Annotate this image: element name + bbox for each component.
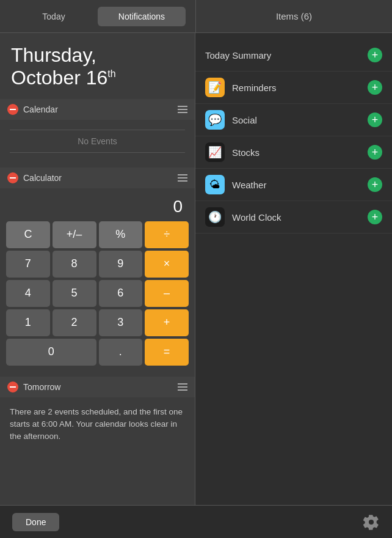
- right-panel: Today Summary + 📝 Reminders + 💬 Social +…: [195, 33, 392, 505]
- tomorrow-widget: Tomorrow There are 2 events scheduled, a…: [0, 377, 195, 452]
- tomorrow-reorder-handle[interactable]: [178, 383, 187, 391]
- done-button[interactable]: Done: [12, 513, 59, 531]
- calc-btn-4[interactable]: 4: [6, 280, 50, 307]
- tab-notifications[interactable]: Notifications: [98, 7, 186, 26]
- bottom-bar: Done: [0, 505, 392, 538]
- item-today-summary: Today Summary +: [195, 39, 392, 72]
- calculator-body: 0 C +/– % ÷ 7 8 9 × 4 5 6 –: [0, 188, 195, 372]
- calendar-title: Calendar: [23, 105, 58, 114]
- stocks-label: Stocks: [232, 147, 360, 158]
- left-panel: Thursday, October 16th Calendar No Event…: [0, 33, 195, 505]
- social-icon: 💬: [205, 110, 225, 130]
- items-header: Items (6): [195, 0, 392, 32]
- tomorrow-remove-btn[interactable]: [7, 381, 18, 392]
- calc-btn-add[interactable]: +: [145, 309, 189, 336]
- social-label: Social: [232, 115, 360, 125]
- calendar-body: No Events: [0, 120, 195, 163]
- date-header: Thursday, October 16th: [0, 33, 195, 97]
- social-add-btn[interactable]: +: [368, 112, 382, 127]
- reminders-add-btn[interactable]: +: [368, 80, 382, 95]
- calculator-remove-btn[interactable]: [7, 172, 18, 183]
- weather-add-btn[interactable]: +: [368, 177, 382, 192]
- calc-btn-3[interactable]: 3: [99, 309, 143, 336]
- calc-btn-8[interactable]: 8: [53, 251, 96, 278]
- item-weather: 🌤 Weather +: [195, 169, 392, 201]
- calendar-header: Calendar: [0, 99, 195, 120]
- settings-icon[interactable]: [363, 514, 380, 531]
- today-summary-label: Today Summary: [205, 50, 271, 61]
- tab-today[interactable]: Today: [10, 7, 98, 26]
- calculator-widget: Calculator 0 C +/– % ÷ 7 8 9: [0, 168, 195, 372]
- today-summary-add-btn[interactable]: +: [368, 48, 382, 62]
- calendar-reorder-handle[interactable]: [178, 106, 187, 113]
- calculator-title: Calculator: [23, 173, 62, 183]
- reminders-label: Reminders: [232, 83, 360, 93]
- calculator-reorder-handle[interactable]: [178, 174, 187, 182]
- calc-display: 0: [6, 194, 189, 221]
- calc-btn-divide[interactable]: ÷: [145, 221, 189, 248]
- calc-btn-plusminus[interactable]: +/–: [53, 221, 96, 248]
- stocks-icon: 📈: [205, 142, 225, 162]
- reminders-icon: 📝: [205, 78, 225, 97]
- calc-btn-equals[interactable]: =: [145, 339, 189, 366]
- calc-btn-6[interactable]: 6: [99, 280, 143, 307]
- main-content: Thursday, October 16th Calendar No Event…: [0, 33, 392, 505]
- weather-icon: 🌤: [205, 175, 225, 194]
- weather-label: Weather: [232, 180, 360, 190]
- calc-btn-2[interactable]: 2: [53, 309, 96, 336]
- calc-btn-multiply[interactable]: ×: [145, 251, 189, 278]
- no-events-label: No Events: [10, 130, 185, 153]
- calc-btn-c[interactable]: C: [6, 221, 50, 248]
- calendar-widget: Calendar No Events: [0, 99, 195, 163]
- tab-group-left: Today Notifications: [0, 0, 195, 32]
- stocks-add-btn[interactable]: +: [368, 145, 382, 160]
- date-line2: October 16th: [11, 67, 184, 89]
- item-social: 💬 Social +: [195, 104, 392, 136]
- calc-btn-9[interactable]: 9: [99, 251, 143, 278]
- item-stocks: 📈 Stocks +: [195, 136, 392, 169]
- calc-btn-7[interactable]: 7: [6, 251, 50, 278]
- calc-btn-5[interactable]: 5: [53, 280, 96, 307]
- tab-bar: Today Notifications Items (6): [0, 0, 392, 33]
- calc-btn-0[interactable]: 0: [6, 339, 96, 366]
- calc-btn-percent[interactable]: %: [99, 221, 143, 248]
- calc-grid: C +/– % ÷ 7 8 9 × 4 5 6 – 1 2: [6, 221, 189, 366]
- tomorrow-body: There are 2 events scheduled, and the fi…: [0, 397, 195, 452]
- item-reminders: 📝 Reminders +: [195, 72, 392, 104]
- calc-btn-subtract[interactable]: –: [145, 280, 189, 307]
- item-world-clock: 🕐 World Clock +: [195, 201, 392, 234]
- calendar-remove-btn[interactable]: [7, 104, 18, 115]
- world-clock-add-btn[interactable]: +: [368, 210, 382, 224]
- calendar-title-row: Calendar: [7, 104, 58, 115]
- world-clock-icon: 🕐: [205, 207, 225, 227]
- tomorrow-header: Tomorrow: [0, 377, 195, 397]
- tomorrow-title: Tomorrow: [23, 382, 60, 392]
- calc-btn-1[interactable]: 1: [6, 309, 50, 336]
- calculator-title-row: Calculator: [7, 172, 62, 183]
- world-clock-label: World Clock: [232, 212, 360, 223]
- tomorrow-title-row: Tomorrow: [7, 381, 60, 392]
- date-line1: Thursday,: [11, 44, 184, 67]
- calculator-header: Calculator: [0, 168, 195, 188]
- calc-btn-decimal[interactable]: .: [99, 339, 143, 366]
